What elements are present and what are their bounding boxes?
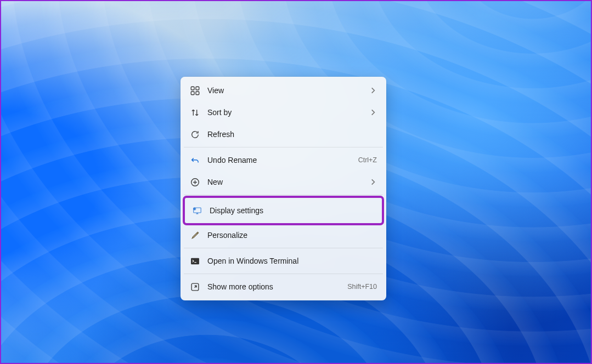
menu-label: Undo Rename (207, 156, 358, 164)
separator (184, 274, 383, 274)
menu-item-view[interactable]: View (183, 79, 384, 101)
refresh-icon (190, 129, 200, 139)
menu-label: Refresh (207, 130, 377, 139)
separator (184, 147, 383, 147)
personalize-icon (190, 230, 200, 240)
menu-label: Personalize (207, 231, 377, 240)
menu-item-refresh[interactable]: Refresh (183, 123, 384, 145)
svg-rect-3 (195, 91, 199, 94)
separator (184, 248, 383, 248)
chevron-right-icon (369, 87, 377, 94)
desktop-context-menu: View Sort by Refresh Undo Rena (181, 77, 386, 300)
menu-item-new[interactable]: New (183, 171, 384, 193)
more-options-icon (190, 282, 200, 292)
terminal-icon (190, 256, 200, 266)
menu-item-undo-rename[interactable]: Undo Rename Ctrl+Z (183, 149, 384, 171)
new-icon (190, 177, 200, 187)
menu-label: Show more options (207, 282, 347, 291)
menu-label: View (207, 86, 369, 95)
menu-label: Display settings (210, 206, 375, 215)
menu-label: New (207, 178, 369, 186)
svg-rect-0 (191, 87, 194, 90)
menu-label: Sort by (207, 108, 369, 117)
svg-rect-2 (191, 91, 194, 94)
menu-item-show-more-options[interactable]: Show more options Shift+F10 (183, 276, 384, 298)
view-icon (190, 86, 200, 95)
sort-icon (190, 107, 200, 117)
chevron-right-icon (369, 178, 377, 186)
highlight-annotation: Display settings (183, 196, 384, 225)
shortcut-text: Ctrl+Z (358, 156, 377, 164)
menu-label: Open in Windows Terminal (207, 257, 377, 265)
separator (184, 195, 383, 195)
menu-item-open-terminal[interactable]: Open in Windows Terminal (183, 250, 384, 272)
display-settings-icon (192, 206, 202, 215)
menu-item-display-settings[interactable]: Display settings (185, 198, 382, 223)
undo-icon (190, 155, 200, 165)
svg-rect-1 (195, 87, 199, 90)
menu-item-personalize[interactable]: Personalize (183, 224, 384, 246)
menu-item-sort-by[interactable]: Sort by (183, 101, 384, 123)
shortcut-text: Shift+F10 (347, 283, 377, 291)
chevron-right-icon (369, 109, 377, 116)
svg-rect-7 (191, 258, 199, 264)
